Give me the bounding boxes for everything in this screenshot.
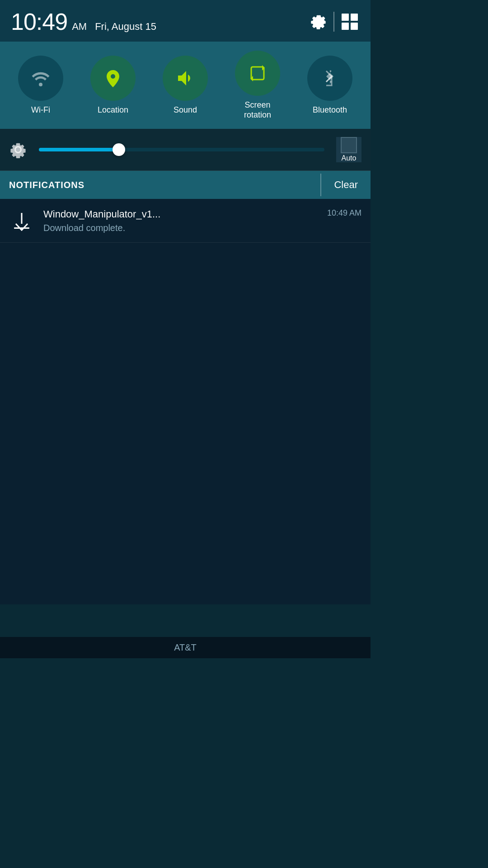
notif-time: 10:49 AM: [327, 208, 361, 218]
status-icons: [308, 12, 360, 32]
auto-brightness-square: [341, 137, 357, 153]
brightness-thumb[interactable]: [113, 143, 125, 156]
download-icon: [11, 210, 32, 231]
qs-screen-rotation[interactable]: Screenrotation: [226, 51, 289, 120]
header-divider: [333, 12, 334, 32]
brightness-track: [39, 148, 324, 151]
notif-subtitle: Download complete.: [43, 223, 125, 233]
carrier-text: AT&T: [174, 642, 197, 652]
svg-rect-5: [14, 227, 29, 229]
svg-rect-1: [351, 14, 358, 21]
qs-location-label: Location: [98, 105, 128, 115]
svg-rect-3: [351, 23, 358, 30]
quick-settings-panel: Wi-Fi Location Sound: [0, 42, 371, 129]
notification-item[interactable]: Window_Manipulator_v1... 10:49 AM Downlo…: [0, 199, 371, 243]
qs-wifi[interactable]: Wi-Fi: [9, 56, 72, 115]
qs-bluetooth-label: Bluetooth: [313, 105, 347, 115]
qs-sound-label: Sound: [174, 105, 197, 115]
brightness-fill: [39, 148, 119, 151]
svg-rect-4: [251, 67, 264, 80]
qs-sound-circle: [163, 56, 208, 101]
qs-rotation-label: Screenrotation: [244, 100, 271, 120]
brightness-row: Auto: [0, 129, 371, 171]
grid-icon[interactable]: [340, 12, 360, 32]
auto-brightness-label: Auto: [342, 154, 357, 162]
svg-rect-2: [342, 23, 349, 30]
time-display: 10:49: [11, 8, 67, 35]
qs-bluetooth-circle: [307, 56, 352, 101]
notifications-header: NOTIFICATIONS Clear: [0, 171, 371, 199]
qs-wifi-label: Wi-Fi: [31, 105, 50, 115]
empty-notifications-area: [0, 243, 371, 604]
qs-rotation-circle: [235, 51, 280, 96]
qs-location[interactable]: Location: [81, 56, 145, 115]
qs-bluetooth[interactable]: Bluetooth: [298, 56, 361, 115]
notif-title-row: Window_Manipulator_v1... 10:49 AM: [43, 208, 361, 220]
qs-sound[interactable]: Sound: [154, 56, 217, 115]
time-section: 10:49 AM Fri, August 15: [11, 8, 156, 35]
notif-title: Window_Manipulator_v1...: [43, 208, 160, 220]
qs-location-circle: [90, 56, 136, 101]
clear-button[interactable]: Clear: [321, 171, 371, 199]
auto-brightness-button[interactable]: Auto: [336, 137, 361, 162]
notifications-title: NOTIFICATIONS: [0, 172, 320, 198]
notif-download-icon-container: [9, 208, 34, 233]
status-bar: 10:49 AM Fri, August 15: [0, 0, 371, 42]
notif-content: Window_Manipulator_v1... 10:49 AM Downlo…: [43, 208, 361, 233]
settings-icon[interactable]: [308, 12, 328, 32]
time-ampm: AM: [72, 21, 87, 33]
svg-rect-0: [342, 14, 349, 21]
carrier-bar: AT&T: [0, 637, 371, 658]
brightness-gear-icon[interactable]: [9, 141, 27, 159]
date-display: Fri, August 15: [95, 21, 156, 33]
qs-wifi-circle: [18, 56, 63, 101]
brightness-slider[interactable]: [39, 148, 324, 151]
